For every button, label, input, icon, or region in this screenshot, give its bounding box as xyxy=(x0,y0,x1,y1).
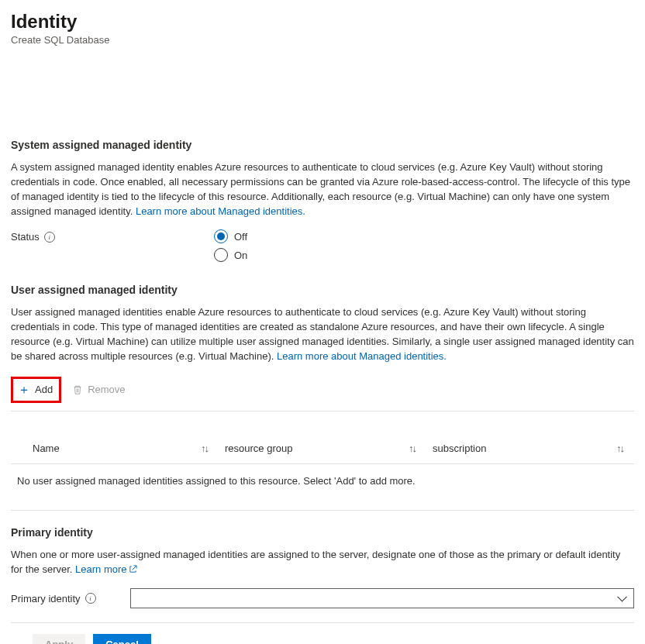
add-button[interactable]: ＋ Add xyxy=(11,377,61,403)
trash-icon xyxy=(72,384,83,395)
page-subtitle: Create SQL Database xyxy=(11,34,634,46)
primary-identity-heading: Primary identity xyxy=(11,526,634,539)
status-radio-off[interactable]: Off xyxy=(214,229,247,243)
primary-identity-select[interactable] xyxy=(130,588,634,608)
sort-icon: ↑↓ xyxy=(201,443,208,454)
system-identity-description: A system assigned managed identity enabl… xyxy=(11,160,634,219)
info-icon[interactable]: i xyxy=(85,593,96,604)
sort-icon: ↑↓ xyxy=(409,443,416,454)
status-label: Status xyxy=(11,231,40,243)
table-empty-row: No user assigned managed identities assi… xyxy=(11,463,634,498)
apply-button: Apply xyxy=(33,634,85,644)
sort-icon: ↑↓ xyxy=(616,443,623,454)
user-identity-heading: User assigned managed identity xyxy=(11,284,634,296)
radio-icon xyxy=(214,229,228,243)
column-header-name[interactable]: Name ↑↓ xyxy=(33,443,212,454)
status-radio-group: Off On xyxy=(214,229,247,262)
column-header-resource-group[interactable]: resource group ↑↓ xyxy=(225,443,420,454)
remove-button: Remove xyxy=(64,379,133,400)
user-identity-table: Name ↑↓ resource group ↑↓ subscription ↑… xyxy=(11,436,634,498)
info-icon[interactable]: i xyxy=(44,232,55,243)
primary-identity-learn-more-link[interactable]: Learn more xyxy=(75,563,136,575)
radio-icon xyxy=(214,248,228,262)
system-identity-learn-more-link[interactable]: Learn more about Managed identities. xyxy=(136,205,305,217)
external-link-icon xyxy=(129,563,137,578)
cancel-button[interactable]: Cancel xyxy=(93,634,151,644)
system-identity-heading: System assigned managed identity xyxy=(11,139,634,151)
user-identity-description: User assigned managed identities enable … xyxy=(11,305,634,363)
primary-identity-field-label: Primary identity xyxy=(11,593,81,604)
status-radio-on[interactable]: On xyxy=(214,248,247,262)
user-identity-toolbar: ＋ Add Remove xyxy=(11,375,634,412)
plus-icon: ＋ xyxy=(18,384,30,396)
column-header-subscription[interactable]: subscription ↑↓ xyxy=(433,443,628,454)
page-title: Identity xyxy=(11,11,634,33)
user-identity-learn-more-link[interactable]: Learn more about Managed identities. xyxy=(277,350,447,362)
primary-identity-description: When one or more user-assigned managed i… xyxy=(11,548,634,578)
divider xyxy=(11,510,634,511)
